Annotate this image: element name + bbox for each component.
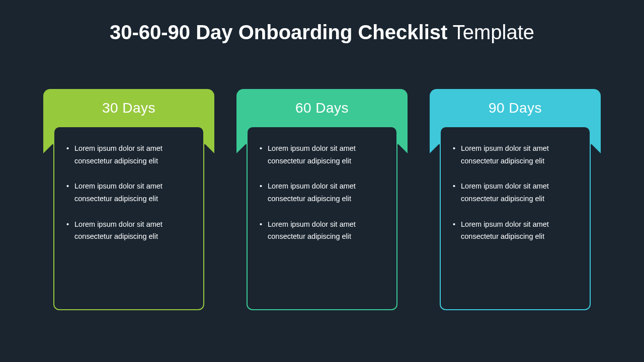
cards-row: 30 Days Lorem ipsum dolor sit amet conse… xyxy=(0,89,644,310)
list-item: Lorem ipsum dolor sit amet consectetur a… xyxy=(260,218,384,243)
card-list: Lorem ipsum dolor sit amet consectetur a… xyxy=(66,142,191,243)
list-item: Lorem ipsum dolor sit amet consectetur a… xyxy=(453,180,578,205)
slide-title-bold: 30-60-90 Day Onboarding Checklist xyxy=(110,21,447,43)
list-item: Lorem ipsum dolor sit amet consectetur a… xyxy=(66,218,191,243)
card-list: Lorem ipsum dolor sit amet consectetur a… xyxy=(260,142,384,243)
card-90-days: 90 Days Lorem ipsum dolor sit amet conse… xyxy=(430,89,601,310)
card-body: Lorem ipsum dolor sit amet consectetur a… xyxy=(53,126,204,310)
card-list: Lorem ipsum dolor sit amet consectetur a… xyxy=(453,142,578,243)
list-item: Lorem ipsum dolor sit amet consectetur a… xyxy=(453,218,578,243)
list-item: Lorem ipsum dolor sit amet consectetur a… xyxy=(66,142,191,167)
card-body: Lorem ipsum dolor sit amet consectetur a… xyxy=(247,126,397,310)
list-item: Lorem ipsum dolor sit amet consectetur a… xyxy=(66,180,191,205)
card-header-title: 90 Days xyxy=(489,100,542,116)
slide-title-light: Template xyxy=(447,21,534,43)
list-item: Lorem ipsum dolor sit amet consectetur a… xyxy=(260,180,384,205)
card-60-days: 60 Days Lorem ipsum dolor sit amet conse… xyxy=(236,89,408,310)
list-item: Lorem ipsum dolor sit amet consectetur a… xyxy=(260,142,384,167)
slide-title-wrap: 30-60-90 Day Onboarding Checklist Templa… xyxy=(0,0,644,44)
card-body: Lorem ipsum dolor sit amet consectetur a… xyxy=(440,126,591,310)
card-header-title: 30 Days xyxy=(102,100,155,116)
card-header-title: 60 Days xyxy=(295,100,349,116)
card-30-days: 30 Days Lorem ipsum dolor sit amet conse… xyxy=(43,89,214,310)
list-item: Lorem ipsum dolor sit amet consectetur a… xyxy=(453,142,578,167)
